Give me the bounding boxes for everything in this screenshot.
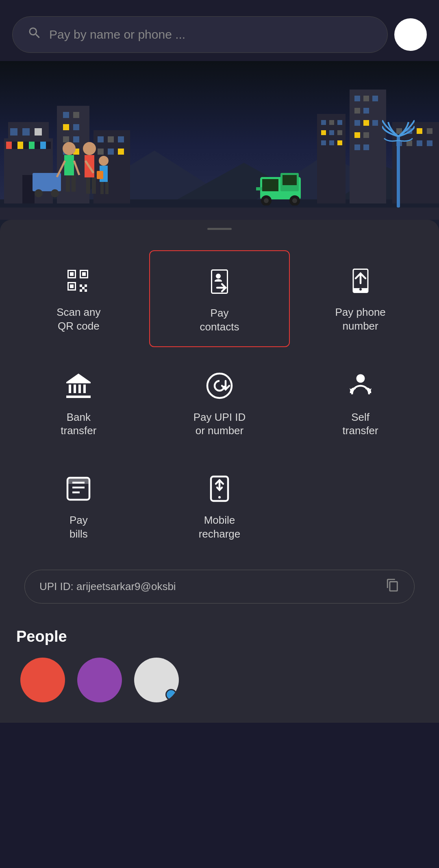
svg-rect-40	[72, 175, 76, 192]
svg-rect-82	[363, 144, 369, 150]
svg-rect-102	[67, 478, 89, 484]
svg-rect-61	[321, 120, 326, 125]
svg-rect-60	[317, 114, 346, 203]
svg-rect-14	[22, 128, 30, 136]
svg-rect-92	[397, 136, 400, 208]
svg-rect-8	[6, 142, 12, 149]
svg-point-58	[292, 198, 297, 203]
actions-grid-row3: Paybills Mobilerecharge	[0, 458, 439, 562]
svg-point-34	[51, 189, 59, 197]
svg-rect-45	[92, 177, 96, 194]
bottom-sheet: Scan anyQR code Paycontacts	[0, 220, 439, 723]
pay-contacts-icon	[201, 263, 238, 300]
search-placeholder: Pay by name or phone ...	[49, 28, 185, 42]
online-indicator	[165, 689, 177, 700]
pay-phone-icon	[342, 262, 379, 299]
svg-point-41	[83, 142, 96, 155]
self-transfer-button[interactable]: Selftransfer	[290, 355, 431, 450]
upi-icon	[201, 367, 238, 404]
avatar[interactable]	[394, 18, 427, 51]
bank-transfer-button[interactable]: Banktransfer	[8, 355, 149, 450]
svg-rect-13	[10, 128, 17, 136]
svg-rect-49	[105, 182, 109, 194]
svg-rect-50	[97, 171, 103, 179]
svg-rect-81	[354, 144, 360, 150]
pay-phone-label: Pay phonenumber	[335, 306, 385, 333]
empty-cell	[290, 458, 431, 553]
svg-rect-87	[427, 128, 432, 134]
svg-rect-62	[329, 120, 334, 125]
svg-rect-90	[417, 140, 422, 146]
self-transfer-icon	[342, 367, 379, 404]
svg-rect-73	[372, 96, 378, 101]
copy-icon[interactable]	[386, 578, 400, 595]
qr-code-icon	[60, 262, 97, 299]
svg-rect-69	[337, 140, 342, 145]
svg-line-38	[74, 161, 79, 175]
svg-rect-59	[256, 187, 262, 190]
scan-qr-button[interactable]: Scan anyQR code	[8, 250, 149, 347]
pay-bills-button[interactable]: Paybills	[8, 458, 149, 553]
person-avatar-3[interactable]	[134, 658, 179, 702]
actions-grid-row1: Scan anyQR code Paycontacts	[0, 242, 439, 355]
person-avatar-1[interactable]	[20, 658, 65, 702]
header: Pay by name or phone ...	[0, 0, 439, 61]
self-transfer-label: Selftransfer	[343, 411, 378, 438]
sheet-handle	[207, 228, 232, 230]
pay-upi-label: Pay UPI IDor number	[193, 411, 246, 438]
mobile-recharge-label: Mobilerecharge	[199, 514, 241, 541]
svg-rect-48	[100, 182, 104, 194]
svg-rect-74	[354, 108, 360, 114]
bills-icon	[60, 470, 97, 507]
svg-rect-44	[86, 177, 90, 194]
pay-contacts-button[interactable]: Paycontacts	[149, 250, 290, 347]
mobile-recharge-button[interactable]: Mobilerecharge	[149, 458, 290, 553]
svg-rect-52	[262, 179, 278, 191]
svg-point-97	[356, 374, 365, 383]
pay-upi-button[interactable]: Pay UPI IDor number	[149, 355, 290, 450]
svg-rect-54	[283, 175, 297, 185]
svg-rect-17	[63, 112, 69, 118]
svg-point-56	[264, 198, 269, 203]
people-section: People	[0, 620, 439, 706]
svg-rect-39	[66, 175, 70, 192]
svg-rect-68	[329, 140, 334, 145]
svg-rect-66	[337, 130, 342, 135]
svg-rect-76	[354, 120, 360, 126]
bank-transfer-label: Banktransfer	[61, 411, 96, 438]
actions-grid-row2: Banktransfer Pay UPI IDor number	[0, 355, 439, 459]
pay-phone-number-button[interactable]: Pay phonenumber	[290, 250, 431, 347]
svg-point-33	[35, 189, 43, 197]
people-row	[16, 658, 423, 702]
mobile-icon	[201, 470, 238, 507]
svg-rect-63	[337, 120, 342, 125]
people-title: People	[16, 628, 423, 645]
svg-rect-79	[354, 132, 360, 138]
svg-rect-18	[73, 112, 79, 118]
bank-icon	[60, 367, 97, 404]
svg-rect-72	[363, 96, 369, 101]
svg-rect-67	[321, 140, 326, 145]
svg-rect-78	[372, 120, 378, 126]
pay-bills-label: Paybills	[70, 514, 88, 541]
svg-rect-71	[354, 96, 360, 101]
search-bar[interactable]: Pay by name or phone ...	[12, 16, 388, 53]
svg-rect-65	[329, 130, 334, 135]
svg-point-35	[63, 142, 76, 155]
svg-rect-64	[321, 130, 326, 135]
svg-rect-36	[64, 155, 74, 175]
upi-id-text: UPI ID: arijeetsarkar9@oksbi	[39, 580, 176, 593]
hero-illustration	[0, 61, 439, 232]
svg-point-104	[218, 496, 221, 498]
svg-rect-77	[363, 120, 369, 126]
scan-qr-label: Scan anyQR code	[57, 306, 100, 333]
svg-point-46	[99, 156, 109, 166]
search-icon	[27, 26, 42, 44]
pay-contacts-label: Paycontacts	[200, 306, 239, 334]
svg-rect-91	[427, 140, 432, 146]
svg-rect-75	[363, 108, 369, 114]
person-avatar-2[interactable]	[77, 658, 122, 702]
svg-rect-80	[363, 132, 369, 138]
upi-id-pill[interactable]: UPI ID: arijeetsarkar9@oksbi	[24, 570, 415, 603]
svg-rect-86	[417, 128, 422, 134]
